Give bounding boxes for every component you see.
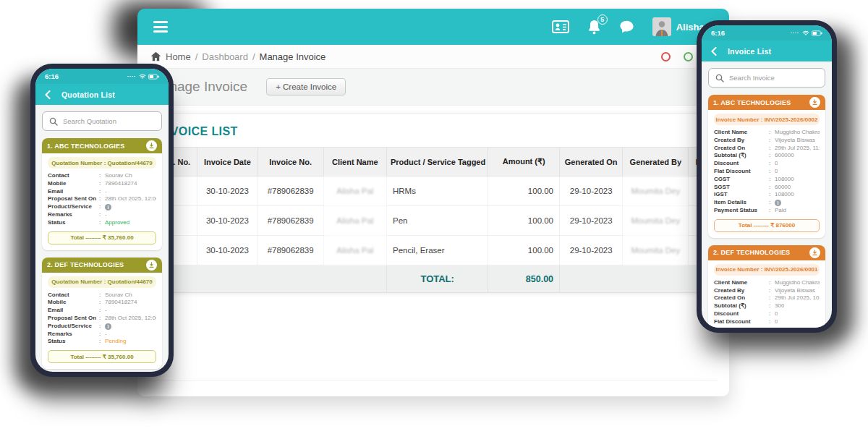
field-value: Vijoyeta Biswas [775,137,815,145]
field-label: SGST [714,184,769,192]
card-company-title: 1. ABC TECHNOLOGIES [47,142,124,150]
field-value: 30 [775,326,781,328]
desktop-app-window: 5 Alisha P [137,9,729,396]
field-row: Client Name:Muggidho Chakraborty Uu [714,129,820,137]
field-colon: : [769,145,775,153]
field-label: Flat Discount [714,318,769,326]
field-row: Product/Service:i [48,203,156,211]
field-colon: : [769,310,775,318]
red-indicator-icon [661,52,671,61]
field-colon: : [769,129,775,137]
download-button[interactable] [809,97,820,108]
search-input[interactable] [63,117,158,125]
info-icon[interactable]: i [105,323,111,330]
cell-invoice-date: 30-10-2023 [197,176,258,206]
field-value: 600000 [775,152,794,160]
back-icon[interactable] [45,90,51,99]
field-row: Email:- [48,188,156,196]
chat-icon[interactable] [619,20,634,34]
field-label: Discount [714,310,769,318]
field-colon: : [99,292,105,299]
screen-title: Quotation List [61,90,115,99]
field-label: Status [48,219,99,227]
card-header: 2. DEF TECHNOLOGIES [42,258,162,273]
company-card: 1. ABC TECHNOLOGIESQuotation Number : Qu… [42,138,162,250]
field-label: Remarks [48,331,99,339]
cell-generated-on: 29-10-2023 [560,236,623,265]
field-colon: : [769,152,775,160]
download-button[interactable] [146,260,157,271]
download-button[interactable] [146,140,157,151]
breadcrumb-separator: / [195,51,198,62]
search-box[interactable] [42,111,162,131]
field-label: Email [48,307,99,315]
back-icon[interactable] [711,47,717,56]
field-value: Vijoyeta Biswas [775,287,815,295]
contacts-icon[interactable] [552,20,569,33]
field-colon: : [99,323,105,331]
field-row: Mobile:7890418274 [48,299,156,307]
download-icon [148,262,155,268]
company-card: 1. ABC TECHNOLOGIESInvoice Number : INV/… [708,95,825,238]
green-indicator-icon [684,52,693,61]
info-icon[interactable]: i [105,204,111,210]
cell-client-name: Alisha Pal [323,206,386,236]
field-row: Created By:Vijoyeta Biswas [714,137,820,145]
field-colon: : [99,203,105,211]
field-value: - [105,331,107,339]
home-icon[interactable] [150,51,161,61]
field-value: - [105,307,107,315]
download-button[interactable] [809,247,820,258]
info-icon[interactable]: i [775,200,781,206]
field-row: CGST:30 [714,326,820,328]
field-label: Discount [714,160,769,168]
field-colon: : [99,299,105,307]
hamburger-icon[interactable] [153,21,168,33]
cell-generated-by: Moumita Dey [623,236,689,265]
search-box[interactable] [708,68,825,88]
clock-label: 6:16 [45,72,59,80]
card-header: 1. ABC TECHNOLOGIES [708,95,825,110]
wifi-icon [139,74,146,80]
field-colon: : [769,302,775,310]
field-label: CGST [714,326,769,328]
cell-invoice-no: #789062839 [258,176,323,206]
card-company-title: 2. DEF TECHNOLOGIES [713,249,790,256]
battery-icon [812,30,822,36]
card-total: Total -------- ₹ 35,760.00 [48,231,156,244]
field-colon: : [99,315,105,323]
nav-bar: Quotation List [35,84,169,105]
breadcrumb-home[interactable]: Home [166,51,191,62]
cell-amount: 100.00 [488,176,560,206]
field-colon: : [99,195,105,203]
breadcrumb-dashboard[interactable]: Dashboard [202,51,248,62]
field-label: Proposal Sent On [48,315,99,323]
field-colon: : [769,191,775,199]
search-input[interactable] [729,74,825,82]
card-header: 1. ABC TECHNOLOGIES [42,138,162,153]
bell-icon[interactable]: 5 [587,20,601,35]
field-value: 108000 [775,191,794,199]
column-header: Client Name [323,148,386,176]
field-label: Subtotal (₹) [714,302,769,310]
field-value: Approved [105,219,129,227]
card-fields: Client Name:Muggidho Chakraborty UuCreat… [708,278,825,328]
field-row: Created On:29th Jul 2025, 11:03 AM [714,145,820,153]
field-row: Mobile:7890418274 [48,180,156,188]
create-invoice-button[interactable]: + Create Invoice [266,78,346,95]
field-value: - [105,188,107,196]
field-colon: : [769,199,775,207]
field-label: Item Details [714,199,769,207]
column-header: Generated By [623,148,689,176]
field-colon: : [99,211,105,219]
field-colon: : [769,176,775,184]
left-phone-screen: 6:16 [35,69,169,372]
right-phone-screen: 6:16 [702,25,832,328]
field-row: Contact:Sourav Ch [48,292,156,299]
invoice-list-heading: INVOICE LIST [158,125,708,138]
field-value: 28th Oct 2025, 12:00 AM [105,195,156,203]
table-row: 1 30-10-2023 #789062839 Alisha Pal HRMs … [159,176,708,206]
card-fields: Contact:Sourav ChMobile:7890418274Email:… [42,171,162,229]
page-title-bar: Manage Invoice + Create Invoice [137,69,729,106]
column-header: Generated On [560,148,623,176]
